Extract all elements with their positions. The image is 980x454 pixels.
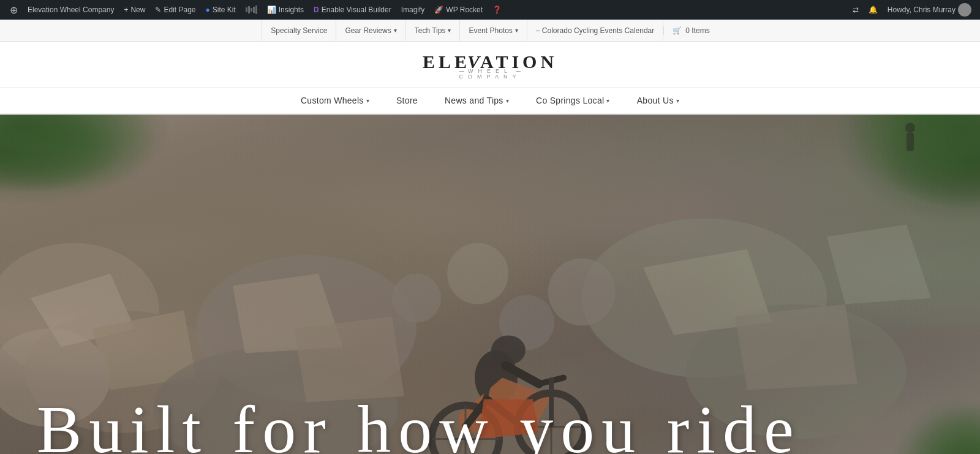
insights-label: Insights: [279, 6, 304, 14]
sec-nav-gear-reviews[interactable]: Gear Reviews ▾: [336, 20, 405, 42]
about-us-chevron: ▾: [676, 97, 679, 104]
site-header: EL E V ATION wheel company: [0, 42, 980, 88]
site-name-item[interactable]: Elevation Wheel Company: [23, 0, 119, 20]
gear-reviews-label: Gear Reviews: [345, 26, 391, 35]
cycling-events-label: – Colorado Cycling Events Calendar: [536, 26, 654, 35]
sitekit-icon: ●: [205, 6, 209, 14]
specialty-label: Specialty Service: [271, 26, 327, 35]
tech-tips-chevron: ▾: [448, 27, 451, 34]
site-logo[interactable]: EL E V ATION wheel company: [423, 53, 557, 80]
cart-label: 0 Items: [685, 26, 709, 35]
loop-icon-item[interactable]: ⇄: [849, 0, 862, 20]
insights-item[interactable]: 📊 Insights: [262, 0, 309, 20]
plus-icon: +: [124, 6, 128, 14]
imagify-item[interactable]: Imagify: [396, 0, 430, 20]
news-tips-chevron: ▾: [506, 97, 509, 104]
cart-icon: 🛒: [673, 26, 682, 35]
logo-company-text: company: [459, 74, 521, 80]
admin-bar-left: ⊕ Elevation Wheel Company + New ✎ Edit P…: [5, 0, 849, 20]
hero-section: Built for how you ride: [0, 115, 980, 454]
event-photos-label: Event Photos: [469, 26, 512, 35]
sitekit-graph[interactable]: [241, 0, 262, 20]
admin-bar: ⊕ Elevation Wheel Company + New ✎ Edit P…: [0, 0, 980, 20]
site-kit-item[interactable]: ● Site Kit: [200, 0, 240, 20]
hero-tagline: Built for how you ride: [0, 396, 980, 454]
news-tips-label: News and Tips: [445, 96, 503, 105]
wp-rocket-label: WP Rocket: [446, 6, 483, 14]
pencil-icon: ✎: [155, 6, 161, 14]
new-label: New: [130, 6, 145, 14]
sec-nav-cycling-events[interactable]: – Colorado Cycling Events Calendar: [527, 20, 663, 42]
primary-nav: Custom Wheels ▾ Store News and Tips ▾ Co…: [0, 88, 980, 115]
site-name-label: Elevation Wheel Company: [28, 6, 114, 14]
howdy-item[interactable]: Howdy, Chris Murray: [884, 0, 975, 20]
custom-wheels-chevron: ▾: [366, 97, 369, 104]
edit-page-label: Edit Page: [164, 6, 195, 14]
wp-logo-item[interactable]: ⊕: [5, 0, 23, 20]
site-kit-label: Site Kit: [213, 6, 236, 14]
imagify-label: Imagify: [401, 6, 425, 14]
sec-nav-specialty[interactable]: Specialty Service: [262, 20, 336, 42]
co-springs-label: Co Springs Local: [536, 96, 604, 105]
hero-tagline-text: Built for how you ride: [37, 392, 801, 454]
logo-elevation-text: EL: [423, 53, 454, 71]
cart-item[interactable]: 🛒 0 Items: [663, 26, 718, 35]
howdy-label: Howdy, Chris Murray: [888, 6, 956, 14]
custom-wheels-label: Custom Wheels: [301, 96, 364, 105]
visual-builder-item[interactable]: D Enable Visual Builder: [309, 0, 396, 20]
chart-icon: 📊: [267, 6, 276, 14]
about-us-label: About Us: [637, 96, 674, 105]
co-springs-chevron: ▾: [606, 97, 609, 104]
sec-nav-event-photos[interactable]: Event Photos ▾: [460, 20, 527, 42]
tech-tips-label: Tech Tips: [415, 26, 446, 35]
store-label: Store: [396, 96, 418, 105]
secondary-nav: Specialty Service Gear Reviews ▾ Tech Ti…: [0, 20, 980, 42]
wp-rocket-item[interactable]: 🚀 WP Rocket: [429, 0, 488, 20]
nav-co-springs[interactable]: Co Springs Local ▾: [522, 87, 624, 114]
gear-reviews-chevron: ▾: [394, 27, 397, 34]
event-photos-chevron: ▾: [515, 27, 518, 34]
divi-icon: D: [314, 6, 319, 14]
rocket-icon: 🚀: [434, 6, 443, 14]
edit-page-item[interactable]: ✎ Edit Page: [150, 0, 200, 20]
help-icon: ❓: [492, 6, 502, 14]
sec-nav-tech-tips[interactable]: Tech Tips ▾: [406, 20, 461, 42]
wp-icon: ⊕: [10, 4, 18, 16]
new-item[interactable]: + New: [119, 0, 150, 20]
notifications-item[interactable]: 🔔: [865, 0, 881, 20]
loop-icon: ⇄: [853, 6, 859, 14]
visual-builder-label: Enable Visual Builder: [322, 6, 391, 14]
bell-icon: 🔔: [869, 6, 878, 14]
nav-about-us[interactable]: About Us ▾: [624, 87, 693, 114]
nav-news-tips[interactable]: News and Tips ▾: [431, 87, 522, 114]
admin-bar-right: ⇄ 🔔 Howdy, Chris Murray: [849, 0, 975, 20]
nav-custom-wheels[interactable]: Custom Wheels ▾: [287, 87, 383, 114]
avatar-icon: [958, 3, 971, 17]
help-item[interactable]: ❓: [488, 0, 507, 20]
nav-store[interactable]: Store: [383, 87, 431, 114]
